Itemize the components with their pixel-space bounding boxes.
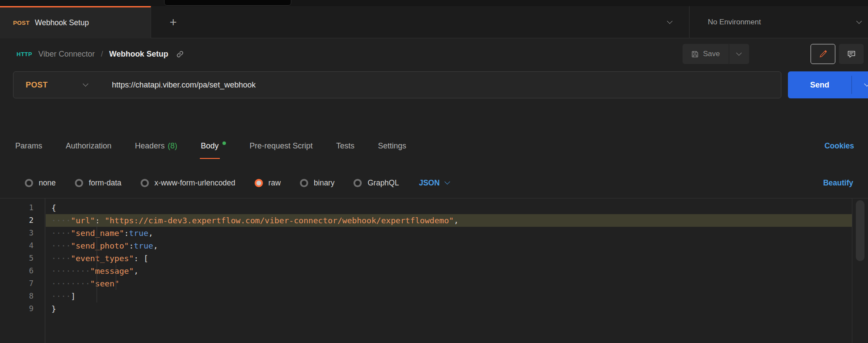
code-token: "url" [71,216,95,225]
edit-request-button[interactable] [811,44,835,64]
body-type-graphql[interactable]: GraphQL [353,178,399,188]
environment-selector[interactable]: No Environment [690,6,868,38]
code-line-4[interactable]: ····"send_photo":true, [46,239,852,252]
chevron-down-icon [667,18,673,24]
code-token: { [51,203,56,212]
save-options-button[interactable] [729,44,749,64]
code-token: , [454,216,458,225]
chevron-down-icon [444,179,450,185]
tab-label: Body [201,141,219,151]
body-type-none[interactable]: none [25,178,56,188]
code-line-9[interactable]: } [46,303,852,315]
code-token: ] [71,292,76,301]
code-token: true [129,229,148,238]
code-token: : [ [134,254,148,263]
code-token: : [129,241,134,250]
tab-title: Webhook Setup [35,18,89,27]
code-line-8[interactable]: ····] [46,290,852,303]
indent-guide [116,265,116,290]
chevron-down-icon [83,81,88,87]
save-label: Save [703,50,720,58]
tab-headers[interactable]: Headers(8) [135,133,177,159]
tab-pre-request-script[interactable]: Pre-request Script [249,133,313,159]
save-button-group: Save [683,44,749,64]
breadcrumb: HTTP Viber Connector / Webhook Setup [17,38,184,70]
whitespace-dots: ···· [51,254,71,263]
send-button[interactable]: Send [788,71,868,98]
comment-icon [847,50,856,58]
comments-button[interactable] [839,44,864,64]
body-type-binary[interactable]: binary [300,178,335,188]
format-select[interactable]: JSON [419,178,449,188]
tab-list-dropdown[interactable] [660,6,679,38]
body-set-dot [222,141,226,145]
line-number: 9 [0,303,45,315]
request-tab-bar: POST Webhook Setup + No Environment [0,6,868,38]
tab-webhook-setup[interactable]: POST Webhook Setup [0,6,151,38]
line-number: 4 [0,239,45,252]
url-container: POST https://chatapi.viber.com/pa/set_we… [13,71,781,98]
scrollbar-thumb[interactable] [856,200,865,261]
request-tabs-row: ParamsAuthorizationHeaders(8)BodyPre-req… [0,133,868,159]
body-type-form-data[interactable]: form-data [75,178,121,188]
code-token: : [124,229,129,238]
cookies-link[interactable]: Cookies [824,133,854,159]
body-editor[interactable]: 123456789 {····"url": "https://cim-dev3.… [0,198,868,343]
format-label: JSON [419,178,440,188]
breadcrumb-separator: / [101,50,103,59]
tab-tests[interactable]: Tests [336,133,354,159]
postman-window: { "topbar": { "new_tab": "+", "environme… [0,0,868,343]
line-number: 8 [0,290,45,303]
tab-body[interactable]: Body [201,133,226,159]
code-token: , [153,241,158,250]
body-type-x-www-form-urlencoded[interactable]: x-www-form-urlencoded [141,178,236,188]
code-token: "seen" [90,279,119,288]
tab-label: Pre-request Script [249,141,313,151]
tab-authorization[interactable]: Authorization [66,133,111,159]
body-type-label: binary [314,178,335,188]
code-line-1[interactable]: { [46,202,852,214]
method-select[interactable]: POST [13,72,99,98]
code-token: "send_name" [71,229,124,238]
url-input[interactable]: https://chatapi.viber.com/pa/set_webhook [112,81,256,90]
beautify-link[interactable]: Beautify [823,178,853,188]
editor-code[interactable]: {····"url": "https://cim-dev3.expertflow… [46,198,852,343]
radio-icon [300,179,308,187]
editor-scrollbar[interactable] [852,198,868,343]
radio-icon [353,179,362,187]
tab-label: Params [15,141,42,151]
tab-settings[interactable]: Settings [378,133,406,159]
code-line-5[interactable]: ····"event_types": [ [46,252,852,265]
pencil-icon [819,50,827,58]
method-label: POST [26,81,48,90]
new-tab-button[interactable]: + [165,13,182,31]
code-line-7[interactable]: ········"seen" [46,277,852,290]
line-number: 3 [0,227,45,239]
save-button[interactable]: Save [683,44,729,64]
editor-gutter: 123456789 [0,198,45,343]
whitespace-dots: ········ [51,279,90,288]
code-token: true [134,241,153,250]
tab-params[interactable]: Params [15,133,42,159]
radio-selected-icon [255,179,263,187]
line-number: 2 [0,214,45,227]
body-type-row: noneform-datax-www-form-urlencodedrawbin… [0,171,868,195]
body-type-raw[interactable]: raw [255,178,281,188]
request-url-row: POST https://chatapi.viber.com/pa/set_we… [13,71,868,98]
global-search-bar[interactable] [164,0,291,6]
code-line-3[interactable]: ····"send_name":true, [46,227,852,239]
whitespace-dots: ···· [51,216,71,225]
code-line-6[interactable]: ········"message", [46,265,852,277]
breadcrumb-collection[interactable]: Viber Connector [38,50,95,59]
line-number: 5 [0,252,45,265]
body-type-options: noneform-datax-www-form-urlencodedrawbin… [25,178,399,188]
link-icon[interactable] [176,50,184,58]
chevron-down-icon [736,50,742,56]
breadcrumb-request-name[interactable]: Webhook Setup [109,50,168,59]
body-type-label: raw [269,178,281,188]
radio-icon [75,179,83,187]
code-line-2[interactable]: ····"url": "https://cim-dev3.expertflow.… [46,214,852,227]
app-header-strip [0,0,868,6]
radio-icon [25,179,33,187]
send-options-button[interactable] [852,71,868,98]
